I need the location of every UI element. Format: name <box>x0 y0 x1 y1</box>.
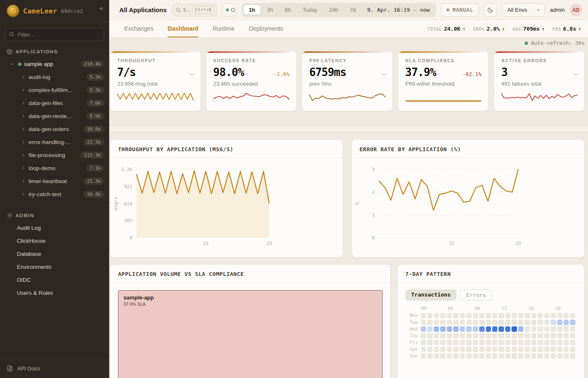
heatmap-cell[interactable] <box>570 340 575 345</box>
heatmap-cell[interactable] <box>531 353 536 359</box>
heatmap-cell[interactable] <box>564 340 569 345</box>
heatmap-cell[interactable] <box>453 320 458 325</box>
heatmap-cell[interactable] <box>512 333 517 339</box>
heatmap-cell[interactable] <box>531 340 536 345</box>
heatmap-cell[interactable] <box>434 320 439 325</box>
heatmap-cell[interactable] <box>538 340 543 345</box>
heatmap-cell[interactable] <box>525 340 530 345</box>
heatmap-cell[interactable] <box>551 313 556 318</box>
heatmap-cell[interactable] <box>544 313 549 318</box>
treemap-cell-sample-app[interactable]: sample-app 37.9% SLA <box>118 290 383 378</box>
heatmap-cell[interactable] <box>512 340 517 345</box>
heatmap-cell[interactable] <box>557 346 562 352</box>
heatmap-cell[interactable] <box>512 320 517 325</box>
heatmap-cell[interactable] <box>570 346 575 352</box>
heatmap-cell[interactable] <box>512 346 517 352</box>
heatmap-cell[interactable] <box>492 320 497 325</box>
heatmap-cell[interactable] <box>460 340 465 345</box>
heatmap-cell[interactable] <box>473 320 478 325</box>
heatmap-cell[interactable] <box>486 320 491 325</box>
heatmap-cell[interactable] <box>499 333 504 339</box>
heatmap-cell[interactable] <box>505 326 510 332</box>
heatmap-cell[interactable] <box>440 320 445 325</box>
heatmap-cell[interactable] <box>492 340 497 345</box>
heatmap-cell[interactable] <box>421 333 426 339</box>
heatmap-cell[interactable] <box>479 353 484 359</box>
heatmap-cell[interactable] <box>564 333 569 339</box>
heatmap-cell[interactable] <box>538 346 543 352</box>
heatmap-cell[interactable] <box>453 353 458 359</box>
heatmap-cell[interactable] <box>466 346 471 352</box>
heatmap-cell[interactable] <box>466 313 471 318</box>
heatmap-cell[interactable] <box>499 340 504 345</box>
time-range-3h[interactable]: 3h <box>262 5 278 15</box>
heatmap-cell[interactable] <box>525 333 530 339</box>
heatmap-cell[interactable] <box>570 320 575 325</box>
heatmap-cell[interactable] <box>466 333 471 339</box>
heatmap-cell[interactable] <box>421 326 426 332</box>
sidebar-item-data-gen-orders[interactable]: data-gen-orders 10.6k <box>0 123 109 136</box>
heatmap-cell[interactable] <box>557 333 562 339</box>
heatmap-cell[interactable] <box>473 353 478 359</box>
heatmap-cell[interactable] <box>518 333 523 339</box>
heatmap-cell[interactable] <box>479 346 484 352</box>
heatmap-cell[interactable] <box>525 320 530 325</box>
heatmap-cell[interactable] <box>544 320 549 325</box>
global-search-input[interactable]: S... Ctrl+K <box>172 4 217 16</box>
status-pill[interactable]: O <box>222 3 237 17</box>
heatmap-cell[interactable] <box>492 333 497 339</box>
api-docs-link[interactable]: API Docs <box>0 359 109 378</box>
tab-deployments[interactable]: Deployments <box>249 20 284 37</box>
heatmap-cell[interactable] <box>421 320 426 325</box>
heatmap-cell[interactable] <box>479 313 484 318</box>
heatmap-cell[interactable] <box>486 340 491 345</box>
heatmap-cell[interactable] <box>557 326 562 332</box>
heatmap-cell[interactable] <box>505 320 510 325</box>
heatmap-cell[interactable] <box>531 326 536 332</box>
time-range-7d[interactable]: 7d <box>344 5 361 15</box>
heatmap-cell[interactable] <box>531 333 536 339</box>
heatmap-cell[interactable] <box>460 313 465 318</box>
sidebar-item-complex-fulfillm[interactable]: complex-fulfillm... 5.3k <box>0 84 109 97</box>
heatmap-cell[interactable] <box>453 326 458 332</box>
heatmap-cell[interactable] <box>473 340 478 345</box>
heatmap-cell[interactable] <box>466 320 471 325</box>
heatmap-cell[interactable] <box>460 333 465 339</box>
heatmap-cell[interactable] <box>427 320 432 325</box>
heatmap-cell[interactable] <box>505 340 510 345</box>
heatmap-cell[interactable] <box>538 320 543 325</box>
heatmap-cell[interactable] <box>486 346 491 352</box>
sidebar-item-try-catch-test[interactable]: try-catch-test 10.6k <box>0 188 109 201</box>
heatmap-cell[interactable] <box>427 313 432 318</box>
heatmap-cell[interactable] <box>518 353 523 359</box>
sidebar-item-error-handling[interactable]: error-handling-... 21.3k <box>0 136 109 149</box>
heatmap-cell[interactable] <box>427 340 432 345</box>
heatmap-cell[interactable] <box>538 353 543 359</box>
heatmap-cell[interactable] <box>447 313 452 318</box>
heatmap-cell[interactable] <box>499 313 504 318</box>
heatmap-cell[interactable] <box>492 313 497 318</box>
pattern-tab-errors[interactable]: Errors <box>460 289 492 301</box>
sidebar-collapse-button[interactable]: « <box>100 5 103 12</box>
heatmap-cell[interactable] <box>434 326 439 332</box>
heatmap-cell[interactable] <box>570 333 575 339</box>
heatmap-cell[interactable] <box>557 320 562 325</box>
heatmap-cell[interactable] <box>440 353 445 359</box>
heatmap-cell[interactable] <box>518 313 523 318</box>
admin-item-users-roles[interactable]: Users & Roles <box>0 286 109 299</box>
admin-item-audit-log[interactable]: Audit Log <box>0 221 109 234</box>
heatmap-cell[interactable] <box>447 326 452 332</box>
heatmap-cell[interactable] <box>564 346 569 352</box>
heatmap-cell[interactable] <box>531 320 536 325</box>
heatmap-cell[interactable] <box>440 326 445 332</box>
heatmap-cell[interactable] <box>453 340 458 345</box>
sidebar-item-sample-app[interactable]: sample app 210.4k <box>0 58 109 71</box>
heatmap-cell[interactable] <box>557 313 562 318</box>
heatmap-cell[interactable] <box>544 333 549 339</box>
heatmap-cell[interactable] <box>551 353 556 359</box>
time-range-6h[interactable]: 6h <box>279 5 296 15</box>
heatmap-cell[interactable] <box>427 326 432 332</box>
admin-item-clickhouse[interactable]: ClickHouse <box>0 234 109 247</box>
heatmap-cell[interactable] <box>518 346 523 352</box>
heatmap-cell[interactable] <box>466 326 471 332</box>
